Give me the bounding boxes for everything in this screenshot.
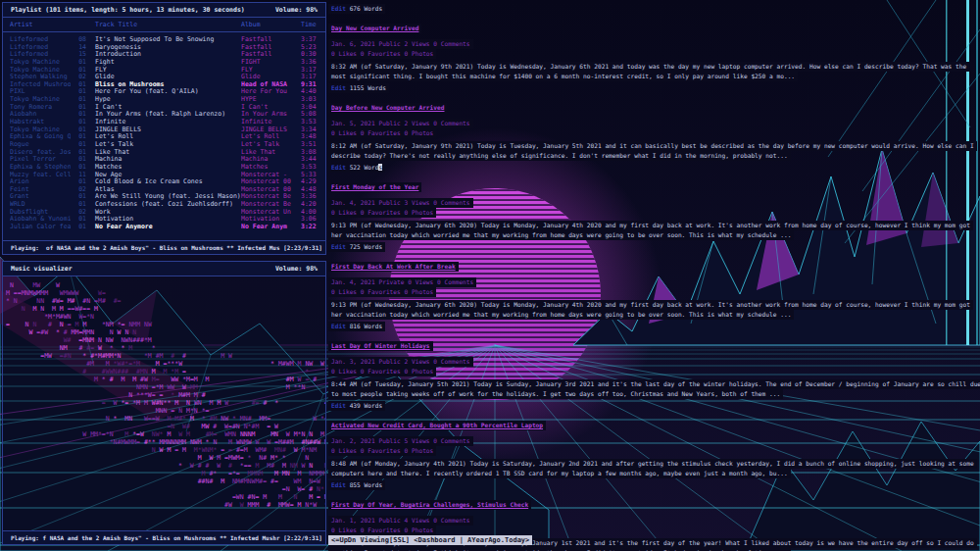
track-row[interactable]: Grant 01 Are We Still Young (feat. Jessi… <box>10 193 325 201</box>
track-row[interactable]: Disero feat. Jos 01 Like That Like That … <box>10 149 325 157</box>
entry-title[interactable]: Day New Computer Arrived <box>328 24 421 33</box>
playlist-titlebar: Playlist (101 items, length: 5 hours, 13… <box>3 3 325 18</box>
track-artist: Julian Calor fea <box>10 224 71 231</box>
track-row[interactable]: Stephen Walking 02 Glide Glide 3:17 <box>10 74 325 81</box>
track-album: Fastfall <box>241 44 301 52</box>
track-artist: Tony Romera <box>10 104 71 112</box>
track-row[interactable]: Lifeformed 14 Baryogenesis Fastfall 5:23 <box>10 44 325 52</box>
track-time: 4:00 <box>301 209 325 217</box>
entry-title[interactable]: Day Before New Computer Arrived <box>328 103 447 113</box>
track-row[interactable]: Rogue 01 Let's Talk Let's Talk 3:51 <box>10 141 325 149</box>
track-album: Monstercat 00 <box>241 186 301 194</box>
track-number: 01 <box>71 67 90 75</box>
column-track-title[interactable]: Track Title <box>90 21 241 28</box>
word-count: 676 Words <box>346 5 382 12</box>
track-album: Monstercat Un <box>241 209 301 217</box>
edit-link[interactable]: Edit <box>331 5 346 12</box>
blog-entry: Edit 522 Words First Monday of the Year … <box>328 163 980 240</box>
track-row[interactable]: Julian Calor fea 01 No Fear Anymore No F… <box>10 224 325 231</box>
track-album: In Your Arms <box>241 111 301 119</box>
track-title: Like That <box>90 149 241 157</box>
track-artist: Lifeformed <box>10 51 71 59</box>
track-title: Let's Talk <box>90 141 241 149</box>
visualizer-glyphs: N MW W M ==MNMWMMM WMWWW W= * N NN #W= <box>6 281 325 509</box>
track-row[interactable]: Tokyo Machine 01 JINGLE BELLS JINGLE BEL… <box>10 126 325 134</box>
track-row[interactable]: Pixel Terror 01 Machina Machina 3:44 <box>10 156 325 164</box>
track-number: 01 <box>71 88 90 96</box>
entry-body-line-2: her vaccination today which worried me t… <box>328 310 794 320</box>
track-row[interactable]: Tony Romera 01 I Can't I Can't 3:04 <box>10 104 325 112</box>
entry-body-line-2: most significant thing. I bought this ma… <box>328 72 798 81</box>
edit-link[interactable]: Edit <box>331 402 346 409</box>
track-row[interactable]: PIXL 01 Here For You (feat. Q'AILA) Here… <box>10 88 325 96</box>
column-album[interactable]: Album <box>241 21 301 28</box>
track-number: 01 <box>71 104 90 112</box>
track-row[interactable]: Habstrakt 01 Infinite Infinite 3:53 <box>10 119 325 126</box>
column-time[interactable]: Time <box>301 21 325 28</box>
track-time: 3:37 <box>301 36 325 44</box>
track-list: Lifeformed 08 It's Not Supposed To Be Sn… <box>3 32 325 240</box>
track-album: Fastfall <box>241 51 301 59</box>
entry-title[interactable]: Activated New Credit Card, Bought a 90th… <box>328 421 546 430</box>
track-artist: Infected Mushroo <box>10 81 71 89</box>
word-count: 439 Words <box>346 402 382 409</box>
track-row[interactable]: Ephixa & Going Q 01 Let's Roll Let's Rol… <box>10 133 325 141</box>
track-artist: Dubsflight <box>10 209 71 217</box>
track-title: Machina <box>90 156 241 164</box>
track-row[interactable]: Tokyo Machine 01 FLY FLY 3:17 <box>10 67 325 75</box>
track-row[interactable]: Lifeformed 08 It's Not Supposed To Be Sn… <box>10 36 325 44</box>
track-title: Let's Roll <box>90 133 241 141</box>
track-row[interactable]: WRLD 01 Confessions (feat. Cozi Zuehlsdo… <box>10 201 325 209</box>
track-row[interactable]: Feint 02 Atlas Monstercat 00 4:48 <box>10 186 325 194</box>
track-row[interactable]: Tokyo Machine 01 Fight FIGHT 3:36 <box>10 59 325 67</box>
blog-footer[interactable]: <=UpDn Viewing[SSL] <Dashboard | AYearAg… <box>328 535 532 545</box>
entry-meta: Jan. 2, 2021 Public 5 Views 0 Comments <box>328 436 473 446</box>
track-album: Monstercat 00 <box>241 178 301 186</box>
track-time: 3:53 <box>301 164 325 172</box>
track-time: 3:22 <box>301 224 325 231</box>
track-number: 02 <box>71 186 90 194</box>
track-number: 01 <box>71 133 90 141</box>
track-number: 01 <box>71 201 90 209</box>
track-title: Bliss on Mushrooms <box>90 81 241 89</box>
entry-body-line-2: her vaccination today which worried me t… <box>328 230 794 240</box>
track-artist: Feint <box>10 186 71 194</box>
track-number: 15 <box>71 51 90 59</box>
track-title: Baryogenesis <box>90 44 241 52</box>
edit-link[interactable]: Edit <box>331 84 346 91</box>
track-artist: Tokyo Machine <box>10 67 71 75</box>
column-artist[interactable]: Artist <box>10 21 71 28</box>
track-time: 0:30 <box>301 51 325 59</box>
blog-entry: Edit 725 Words First Day Back At Work Af… <box>328 242 980 320</box>
edit-link[interactable]: Edit <box>331 243 346 250</box>
entry-meta: Jan. 5, 2021 Public 2 Views 0 Comments <box>328 119 473 128</box>
track-title: Are We Still Young (feat. Jessi Mason) <box>90 193 241 201</box>
track-row[interactable]: Arion 01 Cold Blood & Ice Cream Cones Mo… <box>10 178 325 186</box>
entry-title[interactable]: Last Day Of Winter Holidays <box>328 341 433 351</box>
track-row[interactable]: Muzzy feat. Cell 11 New Age Monstercat -… <box>10 172 325 179</box>
track-album: Fastfall <box>241 36 301 44</box>
track-row[interactable]: Aiobahn & Yunomi 01 Motivation Motivatio… <box>10 216 325 224</box>
entry-title[interactable]: First Day Of Year, Bugatira Challenges, … <box>328 500 531 510</box>
track-time: 3:04 <box>301 104 325 112</box>
track-album: I Can't <box>241 104 301 112</box>
track-album: Glide <box>241 74 301 81</box>
track-row[interactable]: Dubsflight 02 Work Monstercat Un 4:00 <box>10 209 325 217</box>
track-number: 01 <box>71 126 90 134</box>
entry-title[interactable]: First Day Back At Work After Break <box>328 262 459 272</box>
entry-title[interactable]: First Monday of the Year <box>328 182 421 192</box>
track-row[interactable]: Lifeformed 15 Introduction Fastfall 0:30 <box>10 51 325 59</box>
edit-link[interactable]: Edit <box>331 164 346 171</box>
edit-link[interactable]: Edit <box>331 481 346 488</box>
track-number: 11 <box>71 172 90 179</box>
track-row[interactable]: Infected Mushroo 01 Bliss on Mushrooms H… <box>10 81 325 89</box>
entry-meta: Jan. 4, 2021 Public 3 Views 0 Comments <box>328 198 473 208</box>
entry-body-line-1: 9:13 PM (of Wednesday, January 6th 2020)… <box>328 221 973 230</box>
edit-link[interactable]: Edit <box>331 323 346 329</box>
track-artist: Grant <box>10 193 71 201</box>
track-row[interactable]: Aiobahn 01 In Your Arms (feat. Ralph Lar… <box>10 111 325 119</box>
playlist-column-headers: Artist Track Title Album Time <box>3 18 325 32</box>
track-number: 01 <box>71 156 90 164</box>
track-row[interactable]: Tokyo Machine 01 Hype HYPE 3:03 <box>10 96 325 104</box>
track-row[interactable]: Ephixa & Stephen 01 Matches Matches 3:53 <box>10 164 325 172</box>
